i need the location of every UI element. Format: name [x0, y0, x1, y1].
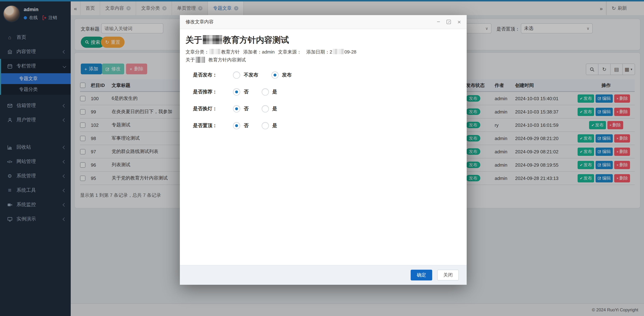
- close-button[interactable]: 关闭: [437, 270, 459, 280]
- edit-article-modal: 修改文章内容 − ↗ × 关于教育方针内容测试 文章分类：教育方针 添加者：ad…: [180, 15, 467, 285]
- maximize-icon[interactable]: ↗: [446, 20, 451, 24]
- article-summary-line: 关于 教育方针内容测试: [186, 56, 460, 64]
- article-title: 关于教育方针内容测试: [186, 34, 460, 46]
- publish-radio-group: 是否发布： 不发布 发布: [186, 70, 460, 80]
- app-root: admin 在线 注销 ⌂ 首页 内容管理: [0, 0, 644, 316]
- censored-region: [332, 49, 344, 54]
- radio-yes[interactable]: [262, 122, 269, 129]
- confirm-button[interactable]: 确定: [411, 270, 432, 280]
- modal-footer: 确定 关闭: [180, 265, 467, 285]
- recommend-radio-group: 是否推荐： 否 是: [186, 87, 460, 97]
- radio-publish[interactable]: [271, 72, 278, 79]
- pin-top-radio-group: 是否置顶： 否 是: [186, 121, 460, 131]
- censored-region: [203, 35, 222, 44]
- radio-no[interactable]: [233, 105, 240, 112]
- radio-groups: 是否发布： 不发布 发布 是否推荐： 否 是 是否换灯：: [186, 70, 460, 131]
- close-icon[interactable]: ×: [457, 19, 461, 25]
- modal-header[interactable]: 修改文章内容 − ↗ ×: [180, 15, 467, 29]
- modal-body: 关于教育方针内容测试 文章分类：教育方针 添加者：admin 文章来源： 添加日…: [180, 29, 467, 265]
- article-meta: 文章分类：教育方针 添加者：admin 文章来源： 添加日期：209-28: [186, 48, 460, 56]
- radio-no[interactable]: [233, 122, 240, 129]
- censored-region: [196, 57, 205, 63]
- modal-title: 修改文章内容: [186, 19, 214, 25]
- radio-unpublish[interactable]: [233, 72, 240, 79]
- radio-yes[interactable]: [262, 105, 269, 112]
- radio-yes[interactable]: [262, 88, 269, 96]
- radio-no[interactable]: [233, 88, 240, 96]
- slide-radio-group: 是否换灯： 否 是: [186, 104, 460, 114]
- censored-region: [209, 49, 221, 54]
- minimize-icon[interactable]: −: [437, 19, 440, 25]
